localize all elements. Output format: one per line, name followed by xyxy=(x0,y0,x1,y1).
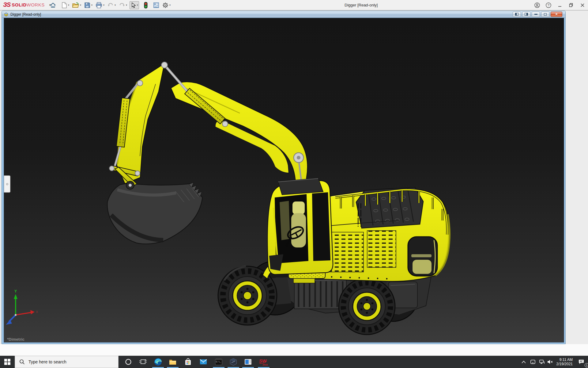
taskbar-app-edge[interactable] xyxy=(151,356,165,368)
orientation-triad: Y X xyxy=(6,289,38,325)
options-dropdown[interactable]: ▾ xyxy=(169,4,171,6)
open-folder-icon xyxy=(72,2,79,8)
collapse-left-pane-button[interactable] xyxy=(513,12,521,17)
minimize-button[interactable] xyxy=(554,0,565,10)
notification-badge: 1 xyxy=(585,363,588,367)
close-button[interactable] xyxy=(577,0,588,10)
undo-icon xyxy=(107,2,114,8)
excavator-model: Y X xyxy=(4,18,564,343)
left-pane-icon xyxy=(515,13,518,16)
tray-time: 9:11 AM xyxy=(560,358,573,362)
taskbar-app-media[interactable] xyxy=(241,356,255,368)
properties-list-icon xyxy=(153,2,159,8)
rebuild-button[interactable] xyxy=(143,1,148,9)
store-icon xyxy=(184,358,192,366)
doc-minimize-icon xyxy=(534,14,537,15)
volume-button[interactable] xyxy=(546,356,555,368)
new-document-button[interactable]: ▾ xyxy=(61,2,70,9)
save-button[interactable]: ▾ xyxy=(84,2,93,9)
bucket xyxy=(107,182,202,244)
gear-icon xyxy=(162,2,168,8)
new-document-icon xyxy=(62,2,67,8)
taskbar-app-edrawings[interactable] xyxy=(226,356,241,368)
open-button[interactable]: ▾ xyxy=(72,2,82,9)
search-placeholder-text: Type here to search xyxy=(28,359,66,364)
save-dropdown[interactable]: ▾ xyxy=(91,4,92,6)
collapse-right-pane-button[interactable] xyxy=(522,12,530,17)
network-icon xyxy=(539,359,545,364)
tray-utility-button[interactable] xyxy=(528,356,537,368)
media-app-icon xyxy=(244,358,252,366)
options-button[interactable]: ▾ xyxy=(162,2,171,9)
undo-dropdown[interactable]: ▾ xyxy=(115,4,116,6)
solidworks-logo-mark: ЗS xyxy=(3,1,10,8)
doc-restore-icon xyxy=(544,13,547,16)
right-pane-icon xyxy=(525,13,528,16)
tray-chevron-button[interactable] xyxy=(519,356,528,368)
volume-muted-icon xyxy=(547,359,553,364)
document-window-controls: ✕ xyxy=(513,12,562,17)
taskbar-app-mail[interactable] xyxy=(196,356,211,368)
doc-restore-button[interactable] xyxy=(541,12,549,17)
select-tool-dropdown[interactable]: ▾ xyxy=(137,4,138,6)
document-titlebar[interactable]: Digger [Read-only] ✕ xyxy=(2,11,565,18)
select-tool-button[interactable]: ▾ xyxy=(130,1,139,9)
task-view-button[interactable] xyxy=(136,356,150,368)
taskbar-app-file-explorer[interactable] xyxy=(165,356,180,368)
home-icon xyxy=(50,2,56,8)
cortana-button[interactable] xyxy=(121,356,136,368)
rear-wheel xyxy=(339,278,395,335)
account-button[interactable] xyxy=(531,0,543,10)
edge-icon xyxy=(154,358,162,366)
new-document-dropdown[interactable]: ▾ xyxy=(68,4,69,6)
triad-y-label: Y xyxy=(14,289,17,293)
print-dropdown[interactable]: ▾ xyxy=(103,4,104,6)
save-floppy-icon xyxy=(84,2,90,8)
chevron-up-icon xyxy=(522,361,526,363)
main-toolbar: ▾ ▾ ▾ xyxy=(48,0,172,10)
start-button[interactable] xyxy=(0,356,15,368)
tray-utility-icon xyxy=(530,359,536,365)
taskbar-search-input[interactable]: Type here to search xyxy=(15,356,119,368)
select-cursor-icon xyxy=(130,2,136,8)
open-dropdown[interactable]: ▾ xyxy=(80,4,81,6)
featuremanager-collapse-tab[interactable] xyxy=(4,175,10,193)
app-titlebar: ЗS SOLID WORKS ▸ ▾ xyxy=(0,0,588,10)
mail-icon xyxy=(199,358,207,366)
clock[interactable]: 9:11 AM 2/19/2021 xyxy=(555,356,575,368)
action-center-button[interactable]: 1 xyxy=(575,356,588,368)
redo-button[interactable]: ▾ xyxy=(118,2,128,9)
app-window-controls: ? xyxy=(531,0,588,10)
task-view-icon xyxy=(139,359,147,365)
restore-button[interactable] xyxy=(565,0,577,10)
doc-minimize-button[interactable] xyxy=(532,12,540,17)
tray-date: 2/19/2021 xyxy=(556,362,573,366)
user-account-icon xyxy=(534,2,540,8)
graphics-viewport[interactable]: Y X *Dimetric xyxy=(4,18,564,343)
cortana-icon xyxy=(125,358,132,365)
taskbar: Type here to search xyxy=(0,356,588,368)
help-button[interactable]: ? xyxy=(543,0,554,10)
svg-text:?: ? xyxy=(547,3,549,7)
redo-icon xyxy=(119,2,125,8)
sw-icon-text: SW xyxy=(259,358,267,363)
print-button[interactable]: ▾ xyxy=(95,2,105,9)
home-button[interactable] xyxy=(49,2,57,9)
rear-opening xyxy=(408,237,437,276)
undo-button[interactable]: ▾ xyxy=(107,2,116,9)
status-bar xyxy=(0,344,588,356)
doc-close-button[interactable]: ✕ xyxy=(551,12,562,17)
taskbar-app-store[interactable] xyxy=(181,356,195,368)
tab-grip-dot xyxy=(6,183,8,185)
cmd-icon-text: C:\_ xyxy=(216,361,221,363)
notification-icon xyxy=(578,359,584,365)
taskbar-app-solidworks[interactable]: SW 2021 xyxy=(256,356,270,368)
taskbar-app-command-prompt[interactable]: C:\_ xyxy=(211,356,226,368)
network-button[interactable] xyxy=(537,356,546,368)
solidworks-app-icon: SW 2021 xyxy=(258,358,268,366)
file-explorer-icon xyxy=(169,358,177,366)
search-icon xyxy=(19,359,25,365)
close-icon xyxy=(580,3,585,7)
redo-dropdown[interactable]: ▾ xyxy=(126,4,127,6)
sheet-properties-button[interactable] xyxy=(153,2,160,9)
